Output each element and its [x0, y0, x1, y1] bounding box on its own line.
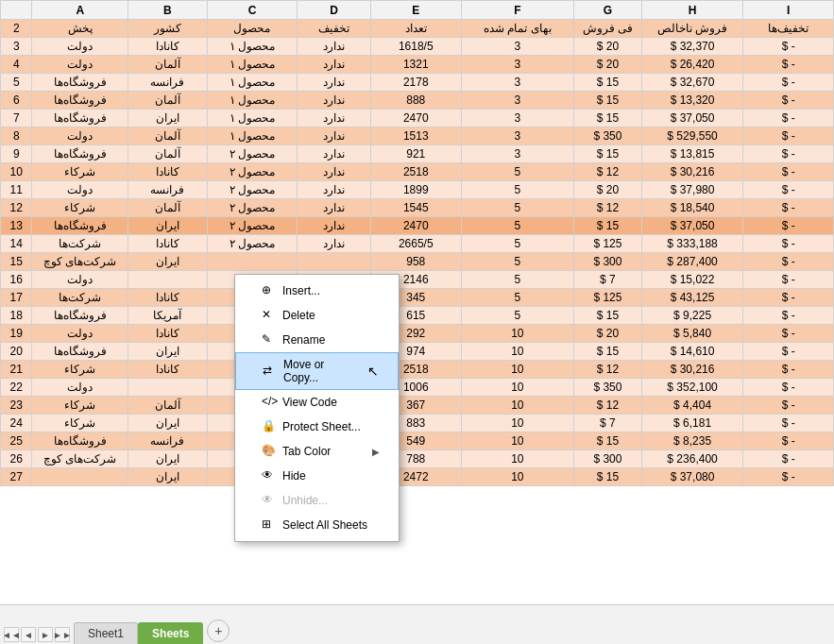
submenu-arrow-icon: ▶: [372, 447, 380, 457]
table-row: 12شرکاءآلمانمحصول ۲ندارد15455$ 12$ 18,54…: [1, 199, 834, 217]
context-menu-item-select-all[interactable]: ⊞Select All Sheets: [235, 513, 399, 537]
context-menu-item-view-code[interactable]: </>View Code: [235, 390, 399, 415]
context-menu-label-hide: Hide: [282, 469, 306, 483]
context-menu-label-protect-sheet: Protect Sheet...: [282, 420, 361, 433]
insert-icon: ⊕: [262, 283, 277, 298]
code-icon: </>: [262, 395, 277, 410]
context-menu-item-hide[interactable]: 👁Hide: [235, 464, 399, 488]
table-row: 2پخشکشورمحصولتخفیفتعدادبهای تمام شدهفی ف…: [1, 20, 834, 38]
table-row: 21شرکاءکانادا251810$ 12$ 30,216$ -: [1, 361, 834, 379]
col-header-d[interactable]: D: [298, 1, 371, 20]
context-menu-item-protect-sheet[interactable]: 🔒Protect Sheet...: [235, 415, 399, 439]
col-header-rownum: [1, 1, 32, 20]
sheet-tabs: Sheet1Sheets: [74, 622, 203, 644]
sheet-table: A B C D E F G H I 2پخشکشورمحصولتخفیفتعدا…: [0, 0, 834, 486]
nav-prev[interactable]: ◄: [21, 627, 36, 642]
context-menu-label-delete: Delete: [282, 309, 315, 322]
context-menu-label-unhide: Unhide...: [282, 494, 328, 507]
col-header-i[interactable]: I: [743, 1, 834, 20]
add-sheet-button[interactable]: +: [207, 619, 230, 642]
context-menu-label-insert: Insert...: [282, 284, 320, 297]
table-row: 19دولتکانادا29210$ 20$ 5,840$ -: [1, 325, 834, 343]
table-row: 26شرکت‌های کوچایران78810$ 300$ 236,400$ …: [1, 450, 834, 468]
table-row: 18فروشگاه‌هاآمریکا6155$ 15$ 9,225$ -: [1, 307, 834, 325]
context-menu-item-move-copy[interactable]: ⇄Move or Copy... ↖: [235, 352, 399, 390]
table-row: 20فروشگاه‌هاایران97410$ 15$ 14,610$ -: [1, 343, 834, 361]
col-header-f[interactable]: F: [461, 1, 574, 20]
rename-icon: ✎: [262, 332, 277, 347]
context-menu-item-tab-color[interactable]: 🎨Tab Color▶: [235, 439, 399, 464]
col-header-a[interactable]: A: [32, 1, 128, 20]
context-menu-label-rename: Rename: [282, 333, 325, 347]
select-icon: ⊞: [262, 517, 277, 533]
spreadsheet: A B C D E F G H I 2پخشکشورمحصولتخفیفتعدا…: [0, 0, 834, 604]
table-row: 10شرکاءکانادامحصول ۲ندارد25185$ 12$ 30,2…: [1, 163, 834, 181]
table-row: 7فروشگاه‌هاایرانمحصول ۱ندارد24703$ 15$ 3…: [1, 110, 834, 127]
context-menu: ⊕Insert...✕Delete✎Rename⇄Move or Copy...…: [234, 274, 400, 542]
context-menu-item-insert[interactable]: ⊕Insert...: [235, 279, 399, 303]
table-row: 17شرکت‌هاکانادا3455$ 125$ 43,125$ -: [1, 289, 834, 307]
sheet-tabs-bar: ◄◄ ◄ ► ►► Sheet1Sheets +: [0, 604, 834, 644]
context-menu-label-select-all: Select All Sheets: [282, 518, 367, 532]
table-row: 13فروشگاه‌هاایرانمحصول ۲ندارد24705$ 15$ …: [1, 217, 834, 235]
delete-icon: ✕: [262, 308, 277, 323]
nav-last[interactable]: ►►: [55, 627, 70, 642]
table-row: 4دولتآلمانمحصول ۱ندارد13213$ 20$ 26,420$…: [1, 56, 834, 74]
cursor-icon: ↖: [367, 364, 379, 379]
table-row: 27ایران247210$ 15$ 37,080$ -: [1, 468, 834, 486]
sheet-tab-sheets[interactable]: Sheets: [138, 622, 203, 644]
table-row: 23شرکاءآلمان36710$ 12$ 4,404$ -: [1, 397, 834, 415]
context-menu-label-move-copy: Move or Copy...: [283, 358, 362, 384]
context-menu-item-unhide: 👁Unhide...: [235, 488, 399, 513]
column-header-row: A B C D E F G H I: [1, 1, 834, 20]
move-icon: ⇄: [263, 364, 278, 379]
table-row: 5فروشگاه‌هافرانسهمحصول ۱ندارد21783$ 15$ …: [1, 74, 834, 92]
color-icon: 🎨: [262, 444, 277, 459]
table-row: 9فروشگاه‌هاآلمانمحصول ۲ندارد9213$ 15$ 13…: [1, 145, 834, 163]
sheet-body: 2پخشکشورمحصولتخفیفتعدادبهای تمام شدهفی ف…: [1, 20, 834, 486]
protect-icon: 🔒: [262, 419, 277, 434]
hide-icon: 👁: [262, 468, 277, 483]
unhide-icon: 👁: [262, 493, 277, 508]
col-header-c[interactable]: C: [207, 1, 298, 20]
table-row: 25فروشگاه‌هافرانسه54910$ 15$ 8,235$ -: [1, 432, 834, 450]
col-header-e[interactable]: E: [370, 1, 461, 20]
context-menu-item-delete[interactable]: ✕Delete: [235, 303, 399, 328]
col-header-h[interactable]: H: [641, 1, 743, 20]
table-row: 6فروشگاه‌هاآلمانمحصول ۱ندارد8883$ 15$ 13…: [1, 92, 834, 110]
context-menu-item-rename[interactable]: ✎Rename: [235, 328, 399, 352]
table-row: 22دولت100610$ 350$ 352,100$ -: [1, 379, 834, 397]
table-row: 11دولتفرانسهمحصول ۲ندارد18995$ 20$ 37,98…: [1, 181, 834, 199]
context-menu-label-tab-color: Tab Color: [282, 445, 331, 458]
context-menu-label-view-code: View Code: [282, 396, 337, 409]
col-header-g[interactable]: G: [574, 1, 642, 20]
table-row: 16دولت21465$ 7$ 15,022$ -: [1, 271, 834, 289]
nav-next[interactable]: ►: [38, 627, 53, 642]
sheet-tab-sheet1[interactable]: Sheet1: [74, 622, 138, 644]
table-row: 15شرکت‌های کوچایران9585$ 300$ 287,400$ -: [1, 253, 834, 271]
table-row: 8دولتآلمانمحصول ۱ندارد15133$ 350$ 529,55…: [1, 127, 834, 145]
col-header-b[interactable]: B: [128, 1, 208, 20]
table-row: 3دولتکانادامحصول ۱ندارد1618/53$ 20$ 32,3…: [1, 38, 834, 56]
tab-navigation: ◄◄ ◄ ► ►►: [4, 627, 70, 642]
nav-first[interactable]: ◄◄: [4, 627, 19, 642]
table-row: 14شرکت‌هاکانادامحصول ۲ندارد2665/55$ 125$…: [1, 235, 834, 253]
table-row: 24شرکاءایران88310$ 7$ 6,181$ -: [1, 415, 834, 432]
